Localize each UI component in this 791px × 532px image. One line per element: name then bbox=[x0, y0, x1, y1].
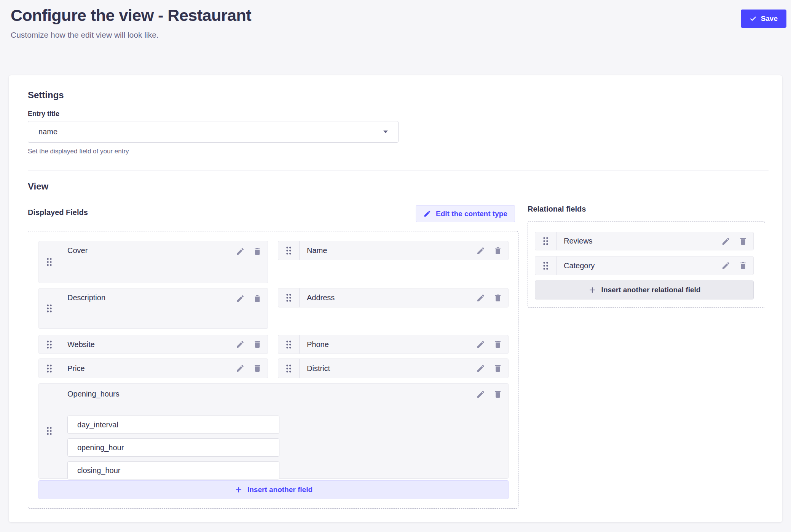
edit-field-button[interactable] bbox=[236, 340, 245, 349]
delete-field-button[interactable] bbox=[253, 340, 262, 349]
relational-fields-heading: Relational fields bbox=[528, 205, 586, 213]
trash-icon bbox=[493, 340, 502, 349]
field-label: Description bbox=[67, 293, 105, 302]
field-label: Price bbox=[67, 364, 85, 373]
drag-handle[interactable] bbox=[39, 335, 60, 354]
drag-dots-icon bbox=[543, 237, 549, 245]
pencil-icon bbox=[236, 247, 245, 256]
field-card-district[interactable]: District bbox=[278, 358, 509, 378]
drag-dots-icon bbox=[46, 364, 52, 373]
drag-dots-icon bbox=[543, 261, 549, 270]
edit-field-button[interactable] bbox=[476, 246, 485, 255]
delete-field-button[interactable] bbox=[493, 340, 502, 349]
trash-icon bbox=[738, 237, 748, 246]
entry-title-label: Entry title bbox=[28, 110, 59, 118]
edit-field-button[interactable] bbox=[476, 293, 485, 303]
field-label: District bbox=[307, 364, 330, 373]
field-label: Website bbox=[67, 340, 95, 349]
pencil-icon bbox=[721, 261, 730, 270]
field-card-website[interactable]: Website bbox=[38, 335, 268, 354]
pencil-icon bbox=[476, 246, 485, 255]
trash-icon bbox=[253, 294, 262, 303]
edit-field-button[interactable] bbox=[476, 340, 485, 349]
subfield-day-interval[interactable]: day_interval bbox=[67, 416, 279, 434]
delete-field-button[interactable] bbox=[253, 294, 262, 303]
check-icon bbox=[750, 15, 757, 22]
trash-icon bbox=[253, 247, 262, 256]
trash-icon bbox=[738, 261, 748, 270]
delete-field-button[interactable] bbox=[493, 390, 502, 399]
subfield-opening-hour[interactable]: opening_hour bbox=[67, 438, 279, 457]
drag-dots-icon bbox=[46, 340, 52, 349]
relational-card-reviews[interactable]: Reviews bbox=[535, 232, 754, 250]
delete-field-button[interactable] bbox=[253, 364, 262, 373]
entry-title-select[interactable]: name bbox=[28, 121, 399, 143]
pencil-icon bbox=[236, 364, 245, 373]
delete-field-button[interactable] bbox=[493, 293, 502, 303]
entry-title-select-value: name bbox=[38, 127, 57, 136]
edit-field-button[interactable] bbox=[236, 247, 245, 256]
delete-field-button[interactable] bbox=[493, 364, 502, 373]
edit-field-button[interactable] bbox=[236, 294, 245, 303]
edit-field-button[interactable] bbox=[721, 261, 730, 270]
relational-fields-dropzone: Reviews Category Insert another relatio bbox=[528, 221, 765, 308]
edit-field-button[interactable] bbox=[476, 390, 485, 399]
drag-handle[interactable] bbox=[278, 359, 300, 378]
edit-field-button[interactable] bbox=[236, 364, 245, 373]
drag-handle[interactable] bbox=[278, 241, 300, 260]
field-card-price[interactable]: Price bbox=[38, 358, 268, 378]
subfield-closing-hour[interactable]: closing_hour bbox=[67, 461, 279, 479]
field-label: Phone bbox=[307, 340, 329, 349]
trash-icon bbox=[493, 293, 502, 303]
delete-field-button[interactable] bbox=[253, 247, 262, 256]
pencil-icon bbox=[476, 390, 485, 399]
field-card-address[interactable]: Address bbox=[278, 288, 509, 307]
subfield-label: day_interval bbox=[77, 421, 118, 429]
field-card-description[interactable]: Description bbox=[38, 288, 268, 329]
section-divider bbox=[28, 170, 769, 170]
component-card-opening-hours[interactable]: Opening_hours day_interval opening_hour … bbox=[38, 383, 509, 479]
field-card-name[interactable]: Name bbox=[278, 241, 509, 260]
drag-dots-icon bbox=[46, 304, 52, 313]
delete-field-button[interactable] bbox=[493, 246, 502, 255]
field-label: Name bbox=[307, 246, 327, 255]
entry-title-help: Set the displayed field of your entry bbox=[28, 148, 129, 155]
drag-handle[interactable] bbox=[535, 256, 557, 275]
delete-field-button[interactable] bbox=[738, 261, 748, 270]
chevron-down-icon bbox=[383, 131, 388, 133]
edit-field-button[interactable] bbox=[721, 237, 730, 246]
pencil-icon bbox=[476, 340, 485, 349]
drag-handle[interactable] bbox=[39, 359, 60, 378]
component-subfields: day_interval opening_hour closing_hour bbox=[67, 416, 491, 479]
component-label: Opening_hours bbox=[67, 390, 120, 398]
pencil-icon bbox=[236, 340, 245, 349]
insert-another-relational-field-button[interactable]: Insert another relational field bbox=[535, 280, 754, 299]
edit-field-button[interactable] bbox=[476, 364, 485, 373]
trash-icon bbox=[493, 390, 502, 399]
field-card-phone[interactable]: Phone bbox=[278, 335, 509, 354]
relational-card-category[interactable]: Category bbox=[535, 256, 754, 275]
field-label: Reviews bbox=[564, 237, 593, 245]
insert-another-field-button[interactable]: Insert another field bbox=[38, 480, 509, 499]
drag-dots-icon bbox=[286, 293, 292, 302]
page-title: Configure the view - Restaurant bbox=[11, 6, 251, 25]
delete-field-button[interactable] bbox=[738, 237, 748, 246]
drag-handle[interactable] bbox=[535, 232, 557, 250]
save-button[interactable]: Save bbox=[741, 10, 786, 28]
configure-view-page: Configure the view - Restaurant Customiz… bbox=[0, 0, 791, 532]
pencil-icon bbox=[476, 293, 485, 303]
drag-handle[interactable] bbox=[39, 241, 60, 283]
plus-icon bbox=[588, 286, 596, 294]
edit-content-type-button[interactable]: Edit the content type bbox=[416, 205, 515, 222]
drag-dots-icon bbox=[286, 246, 292, 255]
drag-handle[interactable] bbox=[39, 288, 60, 328]
trash-icon bbox=[493, 246, 502, 255]
drag-handle[interactable] bbox=[278, 335, 300, 354]
drag-dots-icon bbox=[46, 427, 52, 435]
pencil-icon bbox=[423, 210, 431, 218]
field-card-cover[interactable]: Cover bbox=[38, 241, 268, 283]
drag-handle[interactable] bbox=[278, 288, 300, 307]
drag-handle[interactable] bbox=[39, 384, 60, 478]
trash-icon bbox=[253, 364, 262, 373]
edit-content-type-label: Edit the content type bbox=[436, 210, 507, 218]
